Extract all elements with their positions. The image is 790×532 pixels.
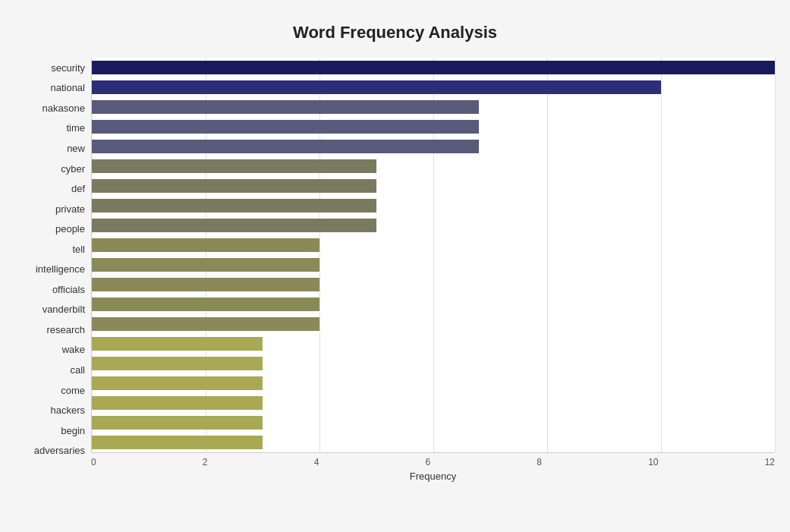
y-label-hackers: hackers bbox=[50, 405, 85, 415]
y-label-security: security bbox=[51, 63, 85, 73]
x-tick-10: 10 bbox=[648, 457, 658, 467]
bar-intelligence bbox=[92, 258, 319, 272]
x-axis-label: Frequency bbox=[91, 471, 775, 482]
y-label-come: come bbox=[61, 386, 85, 395]
x-tick-4: 4 bbox=[314, 457, 319, 467]
bar-row-time bbox=[92, 117, 775, 137]
bar-come bbox=[92, 376, 263, 390]
x-axis: 024681012 bbox=[91, 453, 775, 467]
bar-row-hackers bbox=[92, 393, 775, 413]
bars-container bbox=[91, 58, 775, 453]
bar-row-come bbox=[92, 373, 775, 393]
grid-line bbox=[775, 58, 776, 452]
bar-row-vanderbilt bbox=[92, 294, 775, 314]
bar-research bbox=[92, 317, 319, 331]
y-label-national: national bbox=[50, 83, 85, 93]
bar-row-adversaries bbox=[92, 433, 775, 452]
chart-container: Word Frequency Analysis securitynational… bbox=[0, 0, 790, 532]
y-label-def: def bbox=[71, 184, 85, 194]
bar-row-security bbox=[92, 58, 775, 77]
bar-officials bbox=[92, 278, 319, 291]
bar-row-cyber bbox=[92, 156, 775, 176]
bar-row-tell bbox=[92, 235, 775, 255]
bar-vanderbilt bbox=[92, 297, 319, 311]
bar-national bbox=[92, 80, 661, 94]
bar-tell bbox=[92, 238, 319, 252]
bar-row-def bbox=[92, 176, 775, 196]
y-label-wake: wake bbox=[62, 345, 85, 354]
y-label-time: time bbox=[66, 123, 85, 133]
x-tick-8: 8 bbox=[537, 457, 542, 467]
bar-call bbox=[92, 357, 263, 370]
y-label-intelligence: intelligence bbox=[36, 264, 85, 274]
bar-row-people bbox=[92, 216, 775, 235]
bar-row-national bbox=[92, 77, 775, 97]
bar-row-begin bbox=[92, 413, 775, 433]
y-label-vanderbilt: vanderbilt bbox=[42, 304, 85, 314]
bar-row-research bbox=[92, 314, 775, 334]
bar-wake bbox=[92, 337, 263, 351]
bar-adversaries bbox=[92, 436, 263, 449]
y-label-nakasone: nakasone bbox=[42, 103, 85, 113]
bar-time bbox=[92, 120, 479, 134]
plot-area: 024681012 Frequency bbox=[91, 58, 775, 483]
bar-row-intelligence bbox=[92, 255, 775, 275]
y-label-tell: tell bbox=[72, 244, 85, 254]
bar-people bbox=[92, 219, 376, 232]
bar-nakasone bbox=[92, 100, 479, 114]
y-axis-labels: securitynationalnakasonetimenewcyberdefp… bbox=[15, 58, 91, 483]
bar-row-officials bbox=[92, 275, 775, 294]
bar-private bbox=[92, 199, 376, 212]
y-label-call: call bbox=[70, 365, 85, 375]
bar-begin bbox=[92, 416, 263, 430]
bar-row-wake bbox=[92, 334, 775, 354]
bar-row-call bbox=[92, 354, 775, 373]
y-label-new: new bbox=[67, 143, 85, 153]
bar-def bbox=[92, 179, 376, 193]
y-label-begin: begin bbox=[61, 426, 85, 436]
bar-cyber bbox=[92, 159, 376, 173]
chart-title: Word Frequency Analysis bbox=[15, 15, 775, 42]
x-tick-12: 12 bbox=[765, 457, 775, 467]
y-label-cyber: cyber bbox=[61, 164, 85, 174]
bar-row-nakasone bbox=[92, 97, 775, 117]
x-axis-container: 024681012 Frequency bbox=[91, 453, 775, 483]
chart-area: securitynationalnakasonetimenewcyberdefp… bbox=[15, 58, 775, 483]
y-label-research: research bbox=[46, 325, 85, 335]
y-label-private: private bbox=[55, 204, 85, 214]
bar-row-private bbox=[92, 196, 775, 216]
y-label-people: people bbox=[55, 224, 85, 234]
bar-hackers bbox=[92, 396, 263, 410]
y-label-adversaries: adversaries bbox=[34, 445, 85, 455]
bar-row-new bbox=[92, 137, 775, 156]
bar-security bbox=[92, 61, 775, 74]
bar-new bbox=[92, 140, 479, 153]
x-tick-2: 2 bbox=[203, 457, 208, 467]
x-tick-0: 0 bbox=[91, 457, 96, 467]
y-label-officials: officials bbox=[52, 285, 85, 294]
x-tick-6: 6 bbox=[425, 457, 430, 467]
